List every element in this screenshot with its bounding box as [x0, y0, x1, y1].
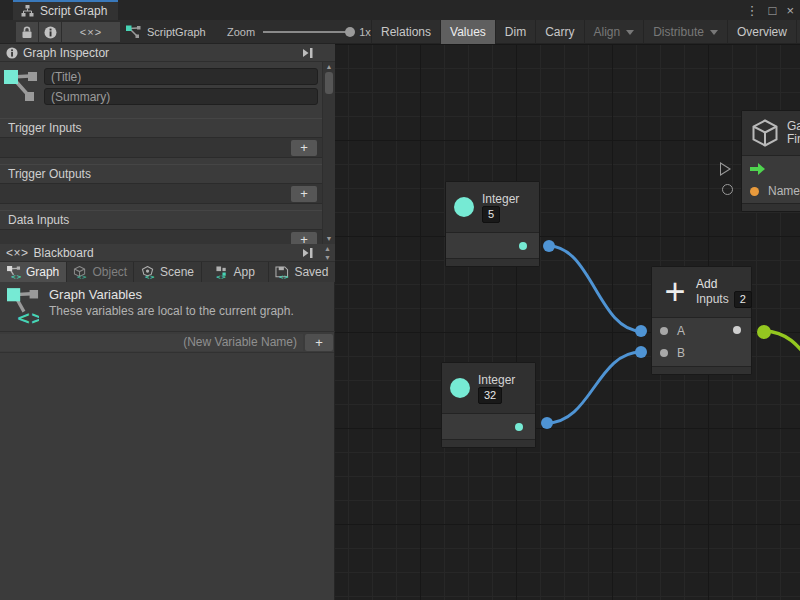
scroll-down-icon[interactable]: ▼ [321, 253, 334, 262]
zoom-label: Zoom [227, 26, 255, 38]
graph-variables-info: <> Graph Variables These variables are l… [0, 282, 322, 330]
add-operator-icon: + [660, 279, 690, 305]
new-variable-row: + [0, 331, 335, 352]
script-graph-icon [126, 25, 141, 39]
add-trigger-output-button[interactable]: + [291, 186, 317, 202]
chevron-down-icon [710, 30, 718, 35]
node-title: Add [696, 277, 717, 291]
zoom-slider-handle[interactable] [345, 27, 355, 37]
integer-value-field[interactable]: 5 [482, 206, 500, 223]
game-object-cube-icon [750, 118, 780, 148]
new-variable-name-input[interactable] [0, 334, 303, 351]
zoom-slider[interactable] [263, 31, 351, 33]
full-screen-button[interactable]: Full Screen [796, 20, 800, 44]
tab-saved-variables[interactable]: <> Saved [269, 262, 335, 282]
close-icon[interactable]: × [786, 3, 794, 18]
trigger-input-port-icon[interactable] [750, 163, 765, 175]
svg-text:<>: <> [215, 272, 225, 278]
tab-title: Script Graph [40, 4, 107, 18]
name-input-port[interactable] [750, 187, 759, 196]
wire-integer32-to-add-b [547, 352, 641, 423]
panel-title: Blackboard [34, 246, 94, 260]
section-trigger-outputs: Trigger Outputs [0, 164, 322, 183]
graph-canvas[interactable]: Integer 5 Integer 32 + Add [335, 44, 800, 600]
lock-button[interactable] [16, 22, 38, 42]
input-port-b[interactable] [660, 349, 668, 357]
node-title: Integer [482, 192, 519, 206]
code-view-button[interactable]: <×> [62, 22, 120, 42]
distribute-button[interactable]: Distribute [643, 20, 727, 44]
add-output-port[interactable] [733, 326, 741, 334]
tab-graph-variables[interactable]: <> Graph [0, 262, 67, 282]
graph-summary-field[interactable] [44, 88, 318, 105]
carry-button[interactable]: Carry [535, 20, 583, 44]
scroll-up-icon[interactable]: ▲ [323, 62, 335, 71]
scroll-down-icon[interactable]: ▼ [323, 234, 335, 243]
menu-icon[interactable]: ⋮ [746, 3, 759, 18]
dock-panel-icon[interactable] [301, 248, 313, 258]
integer-output-port[interactable] [515, 423, 523, 431]
blackboard-header: <×> Blackboard ▲ ▼ [0, 244, 335, 262]
app-variables-icon: <> [215, 266, 229, 279]
scene-variables-icon: <> [141, 266, 155, 279]
tab-app-variables[interactable]: <> App [202, 262, 269, 282]
object-variables-icon: <> [73, 266, 87, 279]
integer-value-field[interactable]: 32 [478, 387, 502, 404]
dim-button[interactable]: Dim [495, 20, 535, 44]
graph-title-field[interactable] [44, 68, 318, 85]
variables-icon: <×> [6, 246, 29, 260]
input-port-a[interactable] [660, 327, 668, 335]
add-variable-button[interactable]: + [305, 334, 333, 351]
tab-script-graph[interactable]: Script Graph [13, 0, 118, 20]
maximize-icon[interactable]: □ [769, 3, 777, 18]
tab-object-variables[interactable]: <> Object [67, 262, 134, 282]
trigger-outputs-list: + [0, 183, 322, 204]
node-integer-5[interactable]: Integer 5 [445, 181, 540, 267]
values-button[interactable]: Values [440, 20, 495, 44]
overview-button[interactable]: Overview [727, 20, 796, 44]
tab-bar: Script Graph ⋮ □ × [0, 0, 800, 20]
scroll-up-icon[interactable]: ▲ [321, 244, 334, 253]
variables-scope-description: These variables are local to the current… [49, 304, 294, 318]
node-footer [446, 258, 539, 266]
toolbar-buttons: Relations Values Dim Carry Align Distrib… [371, 20, 800, 44]
graph-breadcrumb: ScriptGraph [126, 20, 206, 44]
blackboard-scrollbar[interactable]: ▲ ▼ [321, 244, 334, 262]
inspector-toggle-button[interactable] [39, 22, 61, 42]
section-trigger-inputs: Trigger Inputs [0, 118, 322, 137]
hierarchy-icon [21, 5, 34, 17]
node-title: Integer [478, 373, 515, 387]
add-trigger-input-button[interactable]: + [291, 140, 317, 156]
window-controls: ⋮ □ × [746, 0, 794, 20]
integer-output-port[interactable] [519, 242, 527, 250]
scrollbar-thumb[interactable] [325, 72, 333, 94]
panel-title: Graph Inspector [23, 46, 109, 60]
svg-text:<>: <> [77, 273, 87, 279]
graph-inspector-panel: Graph Inspector [0, 44, 335, 244]
integer-type-icon [454, 197, 474, 217]
node-footer [442, 439, 535, 447]
inputs-count-field[interactable]: 2 [734, 291, 752, 308]
node-subtitle: Game [787, 119, 800, 133]
svg-text:<>: <> [16, 308, 39, 325]
dock-panel-icon[interactable] [301, 48, 313, 58]
zoom-value: 1x [359, 26, 371, 38]
inspector-scrollbar[interactable]: ▲ ▼ [322, 62, 335, 244]
port-b-label: B [677, 346, 685, 360]
info-icon [6, 47, 18, 59]
node-footer [652, 366, 751, 374]
graph-inspector-header: Graph Inspector [0, 44, 335, 62]
graph-inspector-body: Trigger Inputs + Trigger Outputs + Data … [0, 62, 322, 250]
code-icon: <×> [80, 26, 102, 38]
relations-button[interactable]: Relations [371, 20, 440, 44]
node-find[interactable]: Game Find Name [741, 110, 800, 212]
blackboard-panel: <×> Blackboard ▲ ▼ <> Graph [0, 244, 335, 352]
floating-trigger-port-icon[interactable] [720, 162, 731, 176]
node-add[interactable]: + Add Inputs 2 A B [651, 266, 752, 375]
svg-text:<>: <> [11, 273, 21, 279]
tab-scene-variables[interactable]: <> Scene [134, 262, 201, 282]
align-button[interactable]: Align [584, 20, 644, 44]
node-integer-32[interactable]: Integer 32 [441, 362, 536, 448]
graph-toolbar: <×> ScriptGraph Zoom 1x Relations Values… [0, 20, 800, 44]
floating-value-port-icon[interactable] [722, 184, 733, 195]
